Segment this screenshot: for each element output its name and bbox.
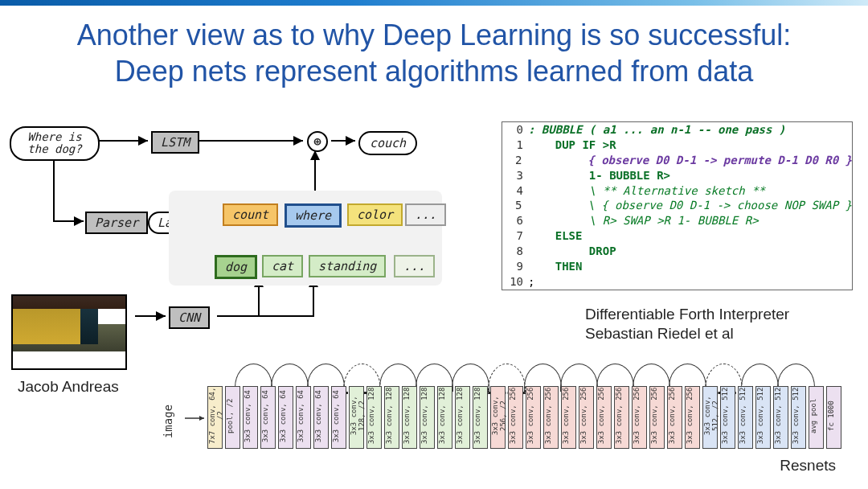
code-line: 8 DROP	[502, 244, 852, 259]
code-line: 2 { observe D0 D-1 -> permute D-1 D0 R0 …	[502, 153, 852, 168]
resnet-block: 3x3 conv, 512	[720, 386, 735, 449]
layout-cell-standing: standing	[309, 255, 386, 277]
code-line: 10;	[502, 274, 852, 290]
resnet-block: 3x3 conv, 512, /2	[702, 386, 718, 449]
resnet-block: 3x3 conv, 256	[632, 386, 647, 449]
resnet-block: 3x3 conv, 64	[260, 386, 276, 449]
slide-title-line2: Deep nets represent algorithms learned f…	[115, 55, 753, 88]
code-line: 1 DUP IF >R	[502, 138, 852, 153]
nmn-diagram: Where is the dog? LSTM ⊕ couch Parser La…	[10, 117, 456, 294]
resnet-block: 3x3 conv, 128	[402, 386, 417, 449]
resnet-block: 3x3 conv, 256	[561, 386, 576, 449]
code-caption-2: Sebastian Riedel et al	[585, 325, 734, 343]
resnet-block: 3x3 conv, 256, /2	[490, 386, 506, 449]
resnet-block: 3x3 conv, 128	[455, 386, 470, 449]
resnet-block: 3x3 conv, 512	[773, 386, 788, 449]
layout-cell-color: color	[347, 203, 403, 226]
resnet-block: 3x3 conv, 128, /2	[349, 386, 364, 449]
layout-cell-cat: cat	[262, 255, 303, 277]
resnet-block: 3x3 conv, 128	[473, 386, 488, 449]
resnet-output: fc 1000	[826, 386, 841, 449]
resnet-block: 3x3 conv, 64	[243, 386, 258, 449]
question-node: Where is the dog?	[10, 126, 100, 161]
resnet-block: 3x3 conv, 128	[437, 386, 452, 449]
resnet-block: 7x7 conv, 64, /2	[207, 386, 223, 449]
left-caption: Jacob Andreas	[18, 378, 119, 396]
layout-cell-where: where	[285, 203, 342, 228]
resnet-block: 3x3 conv, 512	[755, 386, 771, 449]
answer-node: couch	[358, 131, 417, 155]
input-image-thumb	[11, 294, 127, 370]
parser-box: Parser	[85, 212, 148, 234]
resnet-block: 3x3 conv, 64	[313, 386, 329, 449]
resnet-diagram: image 7x7 conv, 64, /2pool, /23x3 conv, …	[161, 360, 852, 465]
resnet-block: 3x3 conv, 128	[420, 386, 435, 449]
slide-title: Another view as to why Deep Learning is …	[0, 6, 868, 94]
resnet-blocks: 7x7 conv, 64, /2pool, /23x3 conv, 643x3 …	[207, 386, 841, 449]
resnet-block: 3x3 conv, 256	[526, 386, 541, 449]
code-line: 4 \ ** Alternative sketch **	[502, 183, 852, 199]
code-line: 6 \ R> SWAP >R 1- BUBBLE R>	[502, 213, 852, 228]
resnet-block: 3x3 conv, 256	[543, 386, 559, 449]
slide-title-line1: Another view as to why Deep Learning is …	[77, 18, 791, 51]
resnet-block: 3x3 conv, 256	[579, 386, 594, 449]
forth-code-panel: 0: BUBBLE ( a1 ... an n-1 -- one pass )1…	[502, 121, 853, 290]
resnet-block: 3x3 conv, 64	[296, 386, 311, 449]
plus-icon: ⊕	[307, 131, 328, 152]
code-line: 3 1- BUBBLE R>	[502, 168, 852, 183]
layout-cell-more1: ...	[405, 203, 446, 226]
lstm-box: LSTM	[151, 131, 199, 154]
resnet-block: 3x3 conv, 512	[738, 386, 753, 449]
resnet-block: 3x3 conv, 128	[384, 386, 399, 449]
resnet-block: 3x3 conv, 256	[685, 386, 700, 449]
layout-cell-more2: ...	[394, 255, 435, 277]
resnet-block: 3x3 conv, 256	[614, 386, 629, 449]
resnet-block: 3x3 conv, 128	[366, 386, 382, 449]
code-line: 0: BUBBLE ( a1 ... an n-1 -- one pass )	[502, 122, 852, 138]
cnn-box: CNN	[169, 306, 210, 329]
resnet-avgpool: avg pool	[809, 386, 824, 449]
resnet-block: 3x3 conv, 256	[649, 386, 665, 449]
resnet-block: 3x3 conv, 512	[791, 386, 806, 449]
resnet-block: 3x3 conv, 256	[596, 386, 612, 449]
resnet-block: 3x3 conv, 64	[278, 386, 293, 449]
resnet-block: pool, /2	[225, 386, 240, 449]
layout-cell-count: count	[223, 203, 278, 226]
code-line: 9 THEN	[502, 259, 852, 274]
code-line: 7 ELSE	[502, 228, 852, 244]
resnet-input: image	[162, 405, 174, 438]
layout-cell-dog: dog	[215, 255, 257, 279]
header-gradient	[0, 0, 868, 6]
code-line: 5 \ { observe D0 D-1 -> choose NOP SWAP …	[502, 198, 852, 213]
resnet-caption: Resnets	[780, 457, 836, 475]
code-caption-1: Differentiable Forth Interpreter	[585, 306, 789, 323]
resnet-block: 3x3 conv, 256	[508, 386, 523, 449]
resnet-block: 3x3 conv, 64	[331, 386, 346, 449]
resnet-block: 3x3 conv, 256	[667, 386, 682, 449]
